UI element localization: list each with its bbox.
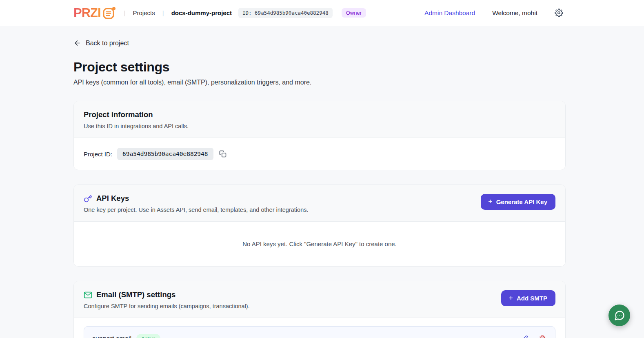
project-info-title: Project information [84, 110, 189, 119]
back-to-project-link[interactable]: Back to project [73, 39, 129, 47]
smtp-card: Email (SMTP) settings Configure SMTP for… [73, 281, 566, 338]
page-title: Project settings [73, 60, 566, 75]
settings-button[interactable] [555, 9, 563, 17]
divider: | [162, 9, 165, 16]
logo-text: PRZI [73, 6, 101, 20]
nav-projects-link[interactable]: Projects [133, 9, 155, 16]
role-badge: Owner [342, 8, 366, 18]
key-icon [84, 194, 92, 203]
welcome-text: Welcome, mohit [492, 9, 537, 17]
plus-icon: + [509, 294, 513, 302]
page-subtitle: API keys (common for all tools), email (… [73, 79, 566, 86]
current-project-name: docs-dummy-project [171, 9, 232, 16]
smtp-entry-name: support email [92, 335, 131, 338]
smtp-entry-row: support email Active [84, 326, 555, 338]
project-id-label: Project ID: [84, 151, 112, 158]
project-info-subtitle: Use this ID in integrations and API call… [84, 123, 189, 129]
trash-icon [539, 335, 546, 338]
arrow-left-icon [73, 39, 81, 47]
edit-smtp-button[interactable] [520, 334, 529, 338]
delete-smtp-button[interactable] [538, 334, 547, 338]
smtp-subtitle: Configure SMTP for sending emails (campa… [84, 303, 250, 309]
add-smtp-button[interactable]: + Add SMTP [501, 290, 555, 306]
generate-api-key-label: Generate API Key [496, 198, 547, 205]
api-keys-empty-state: No API keys yet. Click "Generate API Key… [74, 222, 565, 266]
api-keys-subtitle: One key per project. Use in Assets API, … [84, 207, 308, 213]
logo[interactable]: PRZI [73, 6, 117, 20]
main-content: Back to project Project settings API key… [0, 26, 566, 338]
top-header: PRZI | Projects | docs-dummy-project ID:… [0, 0, 644, 26]
api-keys-header: API Keys One key per project. Use in Ass… [74, 185, 565, 222]
project-info-header: Project information Use this ID in integ… [74, 101, 565, 138]
copy-project-id-button[interactable] [218, 149, 227, 158]
copy-icon [219, 150, 227, 158]
gear-icon [555, 9, 563, 17]
admin-dashboard-link[interactable]: Admin Dashboard [424, 9, 475, 17]
smtp-title: Email (SMTP) settings [96, 290, 175, 299]
plus-icon: + [488, 198, 493, 205]
pencil-icon [521, 335, 528, 338]
logo-doc-icon [102, 6, 117, 20]
project-id-badge: ID: 69a54d985b90aca40e882948 [238, 8, 333, 18]
mail-icon [84, 291, 92, 299]
status-badge: Active [136, 334, 160, 338]
divider: | [123, 9, 127, 16]
project-info-card: Project information Use this ID in integ… [73, 101, 566, 170]
generate-api-key-button[interactable]: + Generate API Key [481, 194, 555, 210]
api-keys-card: API Keys One key per project. Use in Ass… [73, 185, 566, 267]
project-id-row: Project ID: 69a54d985b90aca40e882948 [84, 148, 555, 160]
add-smtp-label: Add SMTP [517, 295, 547, 302]
chat-bubble-icon [614, 310, 625, 321]
chat-fab-button[interactable] [608, 305, 630, 326]
project-id-value: 69a54d985b90aca40e882948 [117, 148, 213, 160]
api-keys-title: API Keys [96, 194, 129, 203]
smtp-header: Email (SMTP) settings Configure SMTP for… [74, 281, 565, 318]
back-link-label: Back to project [86, 40, 129, 47]
